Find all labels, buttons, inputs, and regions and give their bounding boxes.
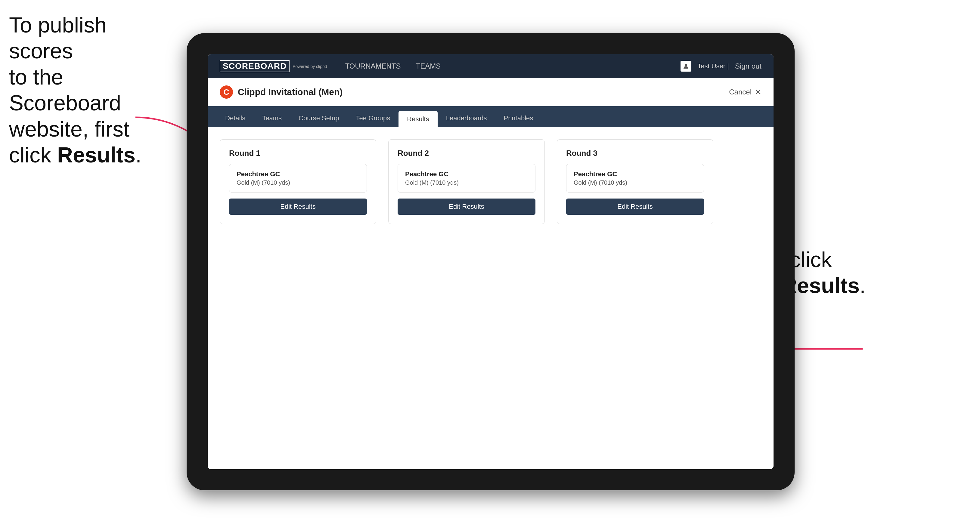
results-content: Round 1 Peachtree GC Gold (M) (7010 yds)… bbox=[208, 127, 773, 236]
course-card-1: Peachtree GC Gold (M) (7010 yds) bbox=[229, 164, 367, 192]
tournament-icon: C bbox=[220, 86, 233, 98]
course-name-2: Peachtree GC bbox=[405, 170, 528, 178]
round-card-1: Round 1 Peachtree GC Gold (M) (7010 yds)… bbox=[220, 139, 376, 224]
round-2-title: Round 2 bbox=[398, 149, 535, 158]
tab-results[interactable]: Results bbox=[398, 111, 438, 127]
tab-tee-groups[interactable]: Tee Groups bbox=[348, 110, 399, 127]
close-icon: ✕ bbox=[754, 87, 762, 97]
logo-text: SCOREBOARD bbox=[223, 62, 286, 70]
tab-bar: Details Teams Course Setup Tee Groups Re… bbox=[208, 106, 773, 127]
logo-sub: Powered by clippd bbox=[293, 64, 327, 69]
round-1-title: Round 1 bbox=[229, 149, 367, 158]
tab-course-setup[interactable]: Course Setup bbox=[290, 110, 348, 127]
nav-right: Test User | Sign out bbox=[681, 61, 762, 71]
round-3-title: Round 3 bbox=[566, 149, 704, 158]
nav-links: TOURNAMENTS TEAMS bbox=[345, 62, 681, 70]
tablet-device: SCOREBOARD Powered by clippd TOURNAMENTS… bbox=[187, 33, 795, 490]
tab-printables[interactable]: Printables bbox=[495, 110, 541, 127]
round-card-3: Round 3 Peachtree GC Gold (M) (7010 yds)… bbox=[557, 139, 713, 224]
course-details-2: Gold (M) (7010 yds) bbox=[405, 179, 528, 186]
tournament-header: C Clippd Invitational (Men) Cancel ✕ bbox=[208, 78, 773, 106]
logo-box: SCOREBOARD bbox=[220, 60, 290, 72]
tab-details[interactable]: Details bbox=[217, 110, 254, 127]
course-card-3: Peachtree GC Gold (M) (7010 yds) bbox=[566, 164, 704, 192]
course-name-3: Peachtree GC bbox=[574, 170, 697, 178]
instruction-left: To publish scores to the Scoreboard webs… bbox=[9, 12, 153, 168]
round-card-2: Round 2 Peachtree GC Gold (M) (7010 yds)… bbox=[388, 139, 545, 224]
course-card-2: Peachtree GC Gold (M) (7010 yds) bbox=[398, 164, 535, 192]
tournament-title-row: C Clippd Invitational (Men) bbox=[220, 86, 342, 98]
edit-results-button-2[interactable]: Edit Results bbox=[398, 198, 535, 215]
cancel-button[interactable]: Cancel ✕ bbox=[729, 87, 762, 97]
page-content: C Clippd Invitational (Men) Cancel ✕ Det… bbox=[208, 78, 773, 469]
tab-teams[interactable]: Teams bbox=[254, 110, 290, 127]
tournament-name: Clippd Invitational (Men) bbox=[238, 87, 342, 97]
course-details-1: Gold (M) (7010 yds) bbox=[237, 179, 360, 186]
tablet-screen: SCOREBOARD Powered by clippd TOURNAMENTS… bbox=[208, 54, 773, 469]
edit-results-button-3[interactable]: Edit Results bbox=[566, 198, 704, 215]
sign-out-link[interactable]: Sign out bbox=[735, 62, 762, 70]
user-text: Test User | bbox=[697, 62, 729, 70]
user-icon bbox=[681, 61, 691, 71]
logo-area: SCOREBOARD Powered by clippd bbox=[220, 60, 327, 72]
course-details-3: Gold (M) (7010 yds) bbox=[574, 179, 697, 186]
nav-teams[interactable]: TEAMS bbox=[416, 62, 441, 70]
svg-point-2 bbox=[685, 64, 687, 66]
course-name-1: Peachtree GC bbox=[237, 170, 360, 178]
tab-leaderboards[interactable]: Leaderboards bbox=[438, 110, 495, 127]
nav-tournaments[interactable]: TOURNAMENTS bbox=[345, 62, 401, 70]
edit-results-button-1[interactable]: Edit Results bbox=[229, 198, 367, 215]
top-navigation: SCOREBOARD Powered by clippd TOURNAMENTS… bbox=[208, 54, 773, 78]
